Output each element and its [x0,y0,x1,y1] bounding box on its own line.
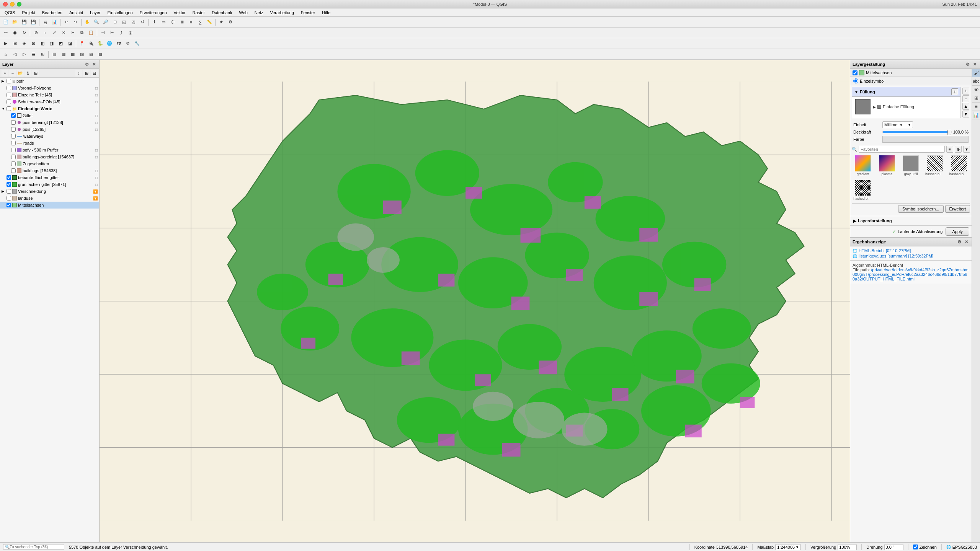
menu-projekt[interactable]: Projekt [19,10,38,16]
tb-deselect[interactable]: ⊠ [178,18,186,26]
layer-item-pofr[interactable]: ▶ ⊞ pofr [0,78,99,85]
menu-erweiterungen[interactable]: Erweiterungen [137,10,170,16]
tb-zoom-out[interactable]: 🔎 [101,18,110,26]
layergestaltung-settings-icon[interactable]: ⚙ [965,61,971,67]
tb2-rotate[interactable]: ↻ [20,29,28,37]
layer-checkbox-gruenflaechen[interactable] [7,182,11,187]
menu-bearbeiten[interactable]: Bearbeiten [39,10,65,16]
tb4-map5[interactable]: ▨ [87,50,95,59]
tb4-home[interactable]: ⌂ [2,50,10,59]
tb3-6[interactable]: ◨ [47,39,56,48]
tb-zoom-selection[interactable]: ◰ [129,18,137,26]
tab-legend-icon[interactable]: ≡ [972,103,980,111]
menu-hilfe[interactable]: Hilfe [319,10,333,16]
layergestaltung-close-icon[interactable]: ✕ [972,61,978,67]
layer-checkbox-eindeutige[interactable] [7,106,11,111]
tb3-3[interactable]: ◈ [20,39,28,48]
erweitert-button[interactable]: Erweitert [945,205,970,213]
layer-filter-icon[interactable]: ⊞ [32,70,39,77]
tb2-digitize[interactable]: ✏ [2,29,10,37]
tab-abc-icon[interactable]: abc [972,77,980,86]
tb2-buffer[interactable]: ◎ [126,29,135,37]
tb3-5[interactable]: ◧ [38,39,47,48]
tb-select-rect[interactable]: ▭ [159,18,168,26]
tb-refresh[interactable]: ↺ [138,18,147,26]
ergebnisanzeige-settings-icon[interactable]: ⚙ [956,239,962,245]
ergebnis-item-list[interactable]: 🌐 listuniqevalues [summary] [12:59:32PM] [853,253,969,259]
einfache-fuellung-item[interactable]: ▶ Einfache Füllung [873,104,914,109]
tb2-copy[interactable]: ⧉ [78,29,86,37]
layer-item-gitter[interactable]: ▶ Gitter □ [0,112,99,119]
tb3-plugin3[interactable]: 🗺 [114,39,123,48]
menu-netz[interactable]: Netz [252,10,266,16]
tb-open[interactable]: 📂 [11,18,19,26]
layer-checkbox-pofr[interactable] [7,79,11,83]
layer-item-pois-bereinigt[interactable]: ▶ pois-bereinigt [12138] □ [0,119,99,126]
layer-item-landuse[interactable]: ▶ landuse 🔽 [0,195,99,202]
layer-remove-icon[interactable]: − [9,70,16,77]
layer-checkbox-buildings[interactable] [11,168,16,173]
view-list-btn[interactable]: ≡ [946,146,953,153]
tb-select-poly[interactable]: ⬡ [168,18,177,26]
opacity-handle[interactable] [947,130,951,135]
ergebnisanzeige-close-icon[interactable]: ✕ [963,239,969,245]
tb-redo[interactable]: ↪ [71,18,80,26]
symbol-hashed-cross[interactable]: hashed black { [852,179,874,202]
tab-filter-icon[interactable]: ⊞ [972,94,980,103]
layer-item-waterways[interactable]: ▶ waterways [0,133,99,140]
rotation-input[interactable] [884,544,903,550]
tb-save[interactable]: 💾 [20,18,28,26]
symbol-gradient[interactable]: gradient [852,154,874,177]
unit-dropdown[interactable]: Millimeter ▼ [882,121,913,128]
layer-checkbox-pois-bereinigt[interactable] [11,120,16,125]
layer-collapse-all-icon[interactable]: ⊟ [91,70,98,77]
tb-undo[interactable]: ↩ [62,18,70,26]
close-button[interactable] [3,2,8,7]
minimize-button[interactable] [10,2,15,7]
layer-sort-icon[interactable]: ↕ [75,70,82,77]
ergebnis-item-html[interactable]: 🌐 HTML-Bericht [02:10:27PM] [853,248,969,253]
layer-item-pofv-puffer[interactable]: ▶ pofv - 500 m Puffer □ [0,147,99,153]
tb-attribute-table[interactable]: ≡ [187,18,195,26]
layer-item-buildings-bereinigt[interactable]: ▶ buildings-bereinigt [154637] □ [0,153,99,160]
symbol-speichern-button[interactable]: Symbol speichern... [898,205,944,213]
view-settings-btn[interactable]: ⚙ [955,146,962,153]
layer-item-buildings[interactable]: ▶ buildings [154638] □ [0,167,99,174]
color-picker[interactable] [882,136,969,143]
tb4-map1[interactable]: ▤ [50,50,59,59]
tb2-cut[interactable]: ✂ [69,29,77,37]
menu-qgis[interactable]: QGIS [2,10,18,16]
tb2-reshape[interactable]: ⤴ [117,29,126,37]
tb-print[interactable]: 🖨 [41,18,49,26]
tb-zoom-layer[interactable]: ◱ [120,18,128,26]
tb-measure[interactable]: 📏 [205,18,214,26]
view-more-btn[interactable]: ▼ [963,146,970,153]
add-symbol-layer-btn[interactable]: + [962,88,969,95]
einzelsymbol-radio[interactable] [853,78,858,83]
tb3-2[interactable]: ⊞ [11,39,19,48]
layer-checkbox-schulen[interactable] [7,99,11,104]
layer-group-eindeutige[interactable]: ▼ 📁 Eindeutige Werte [0,105,99,112]
menu-raster[interactable]: Raster [189,10,208,16]
layer-checkbox-bebaute[interactable] [7,175,11,180]
tb-zoom-full[interactable]: ⊞ [111,18,119,26]
tab-brush-icon[interactable]: 🖌 [972,69,980,77]
tb3-8[interactable]: ◪ [66,39,74,48]
layer-item-einzelne[interactable]: ▶ Einzelne Teile [45] □ [0,91,99,98]
move-up-symbol-layer-btn[interactable]: ▲ [962,103,969,110]
layer-checkbox-einzelne[interactable] [7,93,11,97]
render-checkbox[interactable] [913,544,918,549]
tb3-1[interactable]: ▶ [2,39,10,48]
tb2-paste[interactable]: 📋 [87,29,95,37]
remove-symbol-layer-btn[interactable]: − [962,95,969,102]
tb-layout[interactable]: 📊 [50,18,59,26]
layer-item-mittelsachsen[interactable]: ▶ Mittelsachsen [0,202,99,209]
menu-verarbeitung[interactable]: Verarbeitung [267,10,297,16]
layer-open-icon[interactable]: 📂 [17,70,24,77]
tb3-4[interactable]: ⊡ [29,39,38,48]
tb3-plugin2[interactable]: 🐍 [96,39,105,48]
status-search-input[interactable] [10,545,59,549]
layer-add-icon[interactable]: + [2,70,8,77]
layerdarstellung-expand-icon[interactable]: ▶ [853,219,856,223]
opacity-slider[interactable] [882,131,952,133]
